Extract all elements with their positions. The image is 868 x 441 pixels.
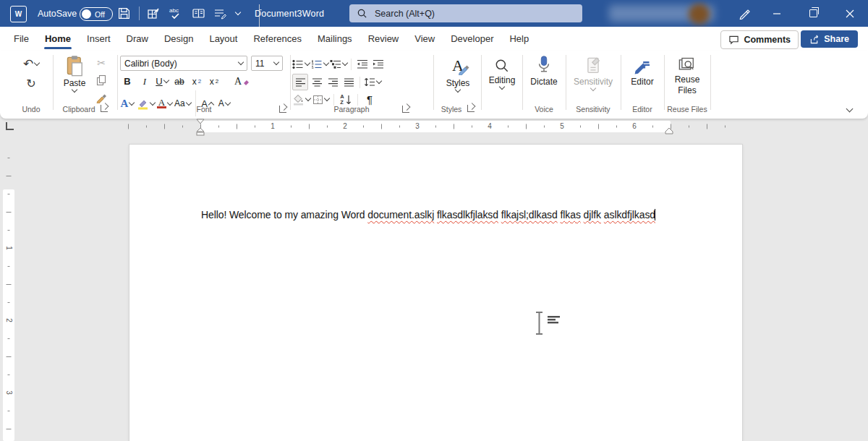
qat-list-pencil-button[interactable] bbox=[213, 0, 227, 27]
close-button[interactable] bbox=[835, 0, 865, 27]
hanging-indent-marker[interactable] bbox=[196, 127, 205, 136]
numbering-button[interactable] bbox=[311, 56, 328, 72]
italic-button[interactable]: I bbox=[137, 74, 152, 89]
tab-home[interactable]: Home bbox=[37, 27, 79, 51]
paste-button[interactable]: Paste bbox=[58, 55, 91, 92]
clear-formatting-button[interactable]: A bbox=[234, 74, 250, 89]
styles-dialog-launcher[interactable] bbox=[467, 105, 475, 112]
ruler-tick bbox=[7, 284, 12, 285]
dictate-button[interactable]: Dictate bbox=[524, 53, 564, 87]
ruler-tick bbox=[8, 266, 10, 267]
ruler-tick bbox=[7, 356, 12, 357]
repeat-button[interactable]: ↻ bbox=[24, 76, 38, 91]
sensitivity-button[interactable]: Sensitivity bbox=[567, 53, 619, 90]
bullets-button[interactable] bbox=[292, 56, 310, 72]
line-spacing-button[interactable] bbox=[364, 74, 381, 90]
tab-developer[interactable]: Developer bbox=[443, 27, 501, 51]
font-size-combobox[interactable]: 11 bbox=[251, 56, 283, 71]
word-app-icon[interactable]: W bbox=[10, 6, 27, 22]
font-name-combobox[interactable]: Calibri (Body) bbox=[120, 56, 247, 71]
group-separator bbox=[664, 55, 665, 110]
ruler-tick: 3 bbox=[415, 122, 420, 130]
tab-references[interactable]: References bbox=[245, 27, 309, 51]
qat-spelling-button[interactable]: abc bbox=[169, 0, 183, 27]
qat-read-mode-button[interactable] bbox=[192, 0, 205, 27]
increase-indent-button[interactable] bbox=[371, 56, 386, 72]
ruler-tick bbox=[544, 126, 545, 128]
document-page[interactable]: Hello! Welcome to my amazing Word docume… bbox=[129, 144, 743, 441]
justify-button[interactable] bbox=[341, 74, 356, 90]
tab-design[interactable]: Design bbox=[156, 27, 201, 51]
comments-button[interactable]: Comments bbox=[720, 30, 799, 49]
tab-help[interactable]: Help bbox=[501, 27, 537, 51]
sensitivity-icon bbox=[584, 56, 602, 75]
ruler-tick bbox=[327, 126, 328, 128]
font-name-value: Calibri (Body) bbox=[124, 59, 177, 69]
align-center-button[interactable] bbox=[310, 74, 324, 90]
group-voice: Dictate Voice bbox=[524, 53, 564, 116]
misspelled-word: flkas bbox=[561, 209, 581, 220]
multilevel-list-button[interactable] bbox=[330, 56, 347, 72]
undo-button[interactable]: ↶ bbox=[23, 56, 39, 72]
minimize-button[interactable] bbox=[762, 0, 792, 27]
tab-mailings[interactable]: Mailings bbox=[310, 27, 360, 51]
superscript-button[interactable]: x2 bbox=[207, 74, 221, 89]
decrease-indent-button[interactable] bbox=[355, 56, 370, 72]
qat-draw-table-button[interactable] bbox=[147, 0, 160, 27]
copy-button[interactable] bbox=[94, 72, 109, 87]
misspelled-word: djlfk bbox=[584, 209, 601, 220]
superscript-mark: 2 bbox=[216, 78, 218, 85]
bold-button[interactable]: B bbox=[120, 74, 135, 89]
right-indent-marker[interactable] bbox=[665, 127, 673, 134]
editing-button[interactable]: Editing bbox=[483, 53, 521, 89]
reuse-files-button[interactable]: Reuse Files bbox=[665, 53, 709, 95]
tab-layout[interactable]: Layout bbox=[201, 27, 245, 51]
clipboard-dialog-launcher[interactable] bbox=[101, 105, 108, 112]
numbered-list-icon bbox=[311, 59, 323, 69]
paragraph-dialog-launcher[interactable] bbox=[402, 106, 409, 113]
restore-button[interactable] bbox=[798, 0, 828, 27]
tab-review[interactable]: Review bbox=[360, 27, 407, 51]
group-separator bbox=[621, 55, 621, 110]
tab-file[interactable]: File bbox=[6, 27, 37, 51]
align-left-button[interactable] bbox=[292, 74, 308, 90]
ruler-tick: 1 bbox=[271, 122, 275, 130]
qat-customize-chevron[interactable] bbox=[236, 0, 240, 27]
save-button[interactable] bbox=[118, 0, 130, 27]
autosave-toggle[interactable]: Off bbox=[80, 7, 113, 21]
voice-group-label: Voice bbox=[524, 105, 564, 114]
align-right-button[interactable] bbox=[326, 74, 340, 90]
tab-view[interactable]: View bbox=[407, 27, 443, 51]
align-right-icon bbox=[328, 78, 339, 87]
collapse-ribbon-chevron[interactable] bbox=[846, 106, 854, 113]
strikethrough-button[interactable]: ab bbox=[172, 74, 187, 89]
app-name: Word bbox=[302, 9, 324, 19]
tab-draw[interactable]: Draw bbox=[119, 27, 156, 51]
font-group-text: Font bbox=[196, 105, 211, 114]
group-separator bbox=[481, 55, 482, 110]
search-box[interactable] bbox=[349, 4, 582, 22]
ruler-tick bbox=[8, 338, 10, 339]
tab-stop-selector[interactable] bbox=[6, 122, 14, 130]
ruler-tick bbox=[363, 126, 364, 128]
first-line-indent-marker[interactable] bbox=[196, 119, 205, 124]
vertical-ruler[interactable]: 123 bbox=[3, 142, 14, 441]
styles-icon: A bbox=[452, 55, 464, 77]
format-painter-button[interactable] bbox=[94, 90, 109, 105]
ribbon-pen-button[interactable] bbox=[729, 0, 760, 27]
document-text-line[interactable]: Hello! Welcome to my amazing Word docume… bbox=[201, 209, 655, 220]
search-input[interactable] bbox=[373, 8, 575, 20]
cut-button[interactable]: ✂ bbox=[94, 55, 109, 70]
editor-button[interactable]: Editor bbox=[622, 53, 663, 87]
align-center-icon bbox=[312, 78, 323, 87]
avatar[interactable] bbox=[689, 4, 710, 25]
styles-button[interactable]: A Styles bbox=[435, 53, 480, 92]
ruler-tick bbox=[146, 126, 147, 128]
font-dialog-launcher[interactable] bbox=[279, 106, 286, 113]
styles-group-label: Styles bbox=[435, 105, 480, 114]
underline-button[interactable]: U bbox=[155, 74, 169, 89]
horizontal-ruler[interactable]: 123456 bbox=[116, 121, 752, 132]
subscript-button[interactable]: x2 bbox=[190, 74, 204, 89]
tab-insert[interactable]: Insert bbox=[79, 27, 119, 51]
share-button[interactable]: Share bbox=[801, 30, 858, 48]
